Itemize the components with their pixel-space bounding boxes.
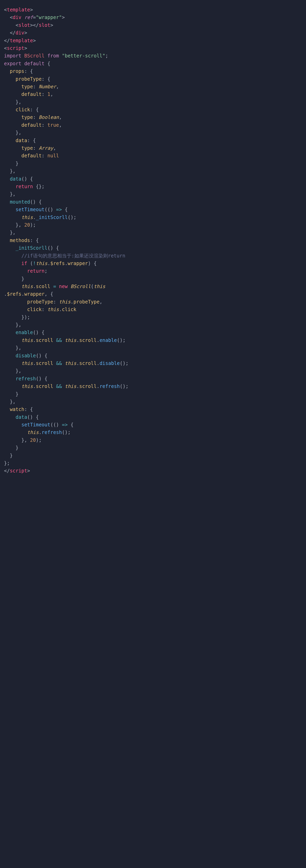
code-block: <template> <div ref="wrapper"> <slot></s… <box>4 6 302 475</box>
